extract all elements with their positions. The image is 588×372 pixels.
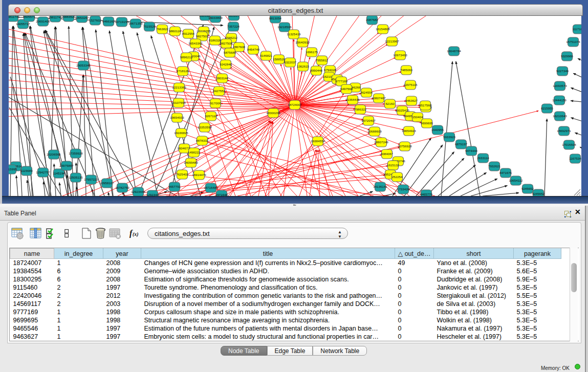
svg-text:150404: 150404 xyxy=(412,115,423,119)
svg-text:20206565: 20206565 xyxy=(47,152,61,156)
svg-text:1527602: 1527602 xyxy=(89,18,102,22)
svg-text:5933923: 5933923 xyxy=(443,135,456,139)
svg-text:16543362: 16543362 xyxy=(188,41,203,45)
svg-text:19811741: 19811741 xyxy=(9,16,20,18)
svg-text:2087682: 2087682 xyxy=(366,18,379,21)
svg-text:11325419: 11325419 xyxy=(287,32,301,36)
svg-text:2718126: 2718126 xyxy=(177,69,189,73)
svg-text:10958107: 10958107 xyxy=(100,181,114,185)
svg-text:15640910: 15640910 xyxy=(295,40,310,44)
svg-text:23975887: 23975887 xyxy=(59,164,74,167)
svg-text:1498222: 1498222 xyxy=(188,150,201,154)
svg-text:1115689: 1115689 xyxy=(20,169,33,172)
svg-text:15716485: 15716485 xyxy=(204,186,218,189)
svg-text:9329966: 9329966 xyxy=(561,54,574,58)
svg-text:917006: 917006 xyxy=(210,101,221,105)
svg-text:7955812: 7955812 xyxy=(316,58,329,62)
svg-text:12505135: 12505135 xyxy=(69,176,83,179)
svg-text:15751074: 15751074 xyxy=(566,40,580,43)
svg-text:9245652: 9245652 xyxy=(521,187,534,190)
svg-text:9777169: 9777169 xyxy=(335,79,348,83)
svg-text:1588520: 1588520 xyxy=(273,57,286,61)
svg-text:15720407: 15720407 xyxy=(361,119,376,122)
svg-text:10973493: 10973493 xyxy=(393,53,407,57)
svg-text:10688609: 10688609 xyxy=(367,129,382,133)
svg-text:1145194: 1145194 xyxy=(53,171,65,175)
svg-text:8454749: 8454749 xyxy=(247,48,260,51)
svg-text:13353594: 13353594 xyxy=(198,125,212,129)
svg-text:9242848: 9242848 xyxy=(220,62,232,66)
svg-text:8186328: 8186328 xyxy=(209,38,222,42)
svg-text:16782759: 16782759 xyxy=(115,186,129,189)
svg-text:14055717: 14055717 xyxy=(16,22,30,26)
svg-text:18724007: 18724007 xyxy=(288,103,302,106)
svg-text:19384554: 19384554 xyxy=(311,139,325,143)
svg-text:10719155: 10719155 xyxy=(115,20,129,24)
svg-text:10107554: 10107554 xyxy=(171,101,186,104)
svg-text:2803144: 2803144 xyxy=(216,76,229,80)
svg-text:15692971: 15692971 xyxy=(557,129,571,133)
svg-text:12942757: 12942757 xyxy=(36,170,50,174)
svg-text:7986322: 7986322 xyxy=(354,107,367,111)
svg-text:9827503: 9827503 xyxy=(196,34,209,38)
svg-text:9827508: 9827508 xyxy=(220,41,233,45)
svg-text:(x): (x) xyxy=(133,231,139,237)
svg-text:19654923: 19654923 xyxy=(402,129,416,133)
svg-text:17957223: 17957223 xyxy=(84,178,98,181)
svg-text:7485063: 7485063 xyxy=(400,68,413,72)
svg-text:19811741: 19811741 xyxy=(48,16,62,19)
svg-text:19166825: 19166825 xyxy=(174,131,188,135)
svg-text:1640955: 1640955 xyxy=(431,128,444,132)
svg-text:3267110: 3267110 xyxy=(205,114,217,118)
svg-text:7663822: 7663822 xyxy=(156,27,169,31)
svg-text:8813054: 8813054 xyxy=(269,16,282,20)
svg-text:9146821: 9146821 xyxy=(260,54,273,57)
svg-text:8471676: 8471676 xyxy=(499,171,512,174)
svg-text:9657791: 9657791 xyxy=(168,185,181,188)
svg-text:14136141: 14136141 xyxy=(373,185,387,188)
svg-text:7357224: 7357224 xyxy=(227,25,240,28)
svg-text:3915995: 3915995 xyxy=(9,167,17,171)
svg-text:2867608: 2867608 xyxy=(233,45,246,49)
svg-text:9517560: 9517560 xyxy=(419,103,432,107)
svg-text:10756928: 10756928 xyxy=(398,144,412,148)
svg-text:6322037: 6322037 xyxy=(284,60,297,64)
svg-text:16033809: 16033809 xyxy=(208,16,223,19)
svg-text:863107: 863107 xyxy=(229,16,239,17)
svg-text:1733426: 1733426 xyxy=(397,187,410,191)
svg-text:62160: 62160 xyxy=(385,102,395,105)
svg-text:6497568: 6497568 xyxy=(340,87,353,91)
svg-text:16210643: 16210643 xyxy=(553,114,567,118)
svg-text:1117104: 1117104 xyxy=(572,27,581,31)
svg-text:9463627: 9463627 xyxy=(405,99,418,102)
svg-text:16914479: 16914479 xyxy=(192,173,206,177)
svg-text:19218506: 19218506 xyxy=(277,25,292,29)
svg-text:8990448: 8990448 xyxy=(310,69,323,72)
svg-text:29053346: 29053346 xyxy=(76,63,91,67)
svg-text:16671355: 16671355 xyxy=(128,21,143,25)
svg-text:2933114: 2933114 xyxy=(477,156,489,160)
svg-text:9860124: 9860124 xyxy=(169,29,182,33)
svg-text:1615132: 1615132 xyxy=(387,163,400,167)
svg-text:12213369: 12213369 xyxy=(172,85,186,89)
svg-text:6794028: 6794028 xyxy=(324,68,337,72)
svg-text:252254: 252254 xyxy=(392,175,403,179)
svg-text:17359928: 17359928 xyxy=(69,151,83,155)
svg-text:9245652: 9245652 xyxy=(532,192,545,195)
svg-text:12213967: 12213967 xyxy=(385,39,399,43)
svg-text:10807467: 10807467 xyxy=(372,96,386,100)
svg-text:7625402: 7625402 xyxy=(176,172,189,176)
svg-text:12093573: 12093573 xyxy=(553,84,567,87)
svg-text:6466160: 6466160 xyxy=(102,19,115,23)
svg-text:1696175: 1696175 xyxy=(306,50,318,54)
svg-text:9474444: 9474444 xyxy=(465,149,478,152)
svg-text:9605571: 9605571 xyxy=(23,16,36,18)
svg-text:7515526: 7515526 xyxy=(143,25,156,28)
svg-text:9896212: 9896212 xyxy=(180,55,193,59)
svg-text:10654112: 10654112 xyxy=(509,179,523,182)
svg-text:8912954: 8912954 xyxy=(182,32,195,35)
svg-text:12444159: 12444159 xyxy=(552,98,567,102)
svg-text:1167534: 1167534 xyxy=(569,157,581,160)
svg-text:5875685: 5875685 xyxy=(224,51,236,54)
svg-text:6879197: 6879197 xyxy=(455,142,468,146)
